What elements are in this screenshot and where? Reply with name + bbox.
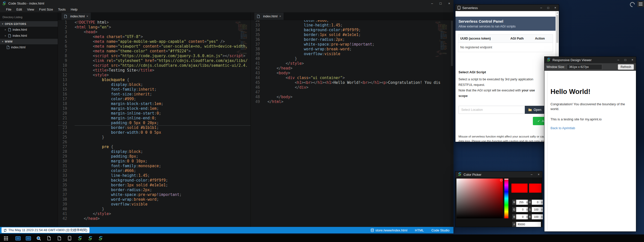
file-icon bbox=[257, 15, 260, 18]
hex-input[interactable] bbox=[516, 222, 541, 227]
agi-description: Select a script to be executed by 3rd pa… bbox=[458, 77, 553, 99]
saturation-input[interactable] bbox=[532, 207, 541, 212]
file-icon bbox=[7, 46, 10, 49]
open-editor-item[interactable]: × index.html bbox=[0, 33, 58, 39]
hue-input[interactable] bbox=[532, 200, 541, 205]
hamburger-menu-button[interactable] bbox=[637, 1, 644, 7]
scrollbar[interactable] bbox=[450, 13, 453, 227]
close-icon[interactable]: × bbox=[445, 0, 453, 7]
close-icon[interactable]: × bbox=[86, 15, 88, 18]
editor-region: index.html × 123456789101112131415161718… bbox=[58, 13, 453, 227]
section-open-editors[interactable]: ▾ OPEN EDITORS bbox=[0, 21, 58, 27]
section-www[interactable]: ▾ WWW bbox=[0, 39, 58, 44]
serverless-header-title: Serverless Control Panel bbox=[458, 19, 553, 23]
menu-view[interactable]: View bbox=[24, 7, 37, 12]
hue-slider[interactable] bbox=[504, 179, 508, 218]
tab-index-html[interactable]: index.html × bbox=[62, 13, 91, 20]
col-uuid: UUID (access token) bbox=[458, 34, 508, 43]
code-studio-icon[interactable] bbox=[87, 235, 94, 241]
code-studio-icon[interactable] bbox=[77, 235, 83, 241]
file-icon[interactable] bbox=[46, 235, 52, 241]
close-icon[interactable]: × bbox=[279, 15, 281, 18]
chevron-down-icon: ▾ bbox=[2, 23, 3, 25]
minimize-icon[interactable]: – bbox=[538, 5, 545, 11]
serverless-header: Serverless Control Panel Allow external … bbox=[455, 17, 556, 31]
serverless-panel: Serverless – □ × Serverless Control Pane… bbox=[455, 5, 559, 142]
close-icon[interactable]: × bbox=[4, 34, 7, 37]
menu-tools[interactable]: Tools bbox=[55, 7, 68, 12]
responsive-design-viewer-window: Responsive Design Viewer – □ × Window Si… bbox=[544, 57, 636, 231]
color-picker-panel: Color Picker – × R G B bbox=[455, 171, 542, 227]
code-studio-logo-icon bbox=[2, 1, 6, 6]
refresh-button[interactable]: Refresh bbox=[618, 64, 634, 70]
minimap[interactable]: <!DOCTYPE html> <html lang="en"> <head> … bbox=[235, 22, 247, 60]
minimap[interactable]: <!DOCTYPE html> <html lang="en"> <head> … bbox=[435, 22, 447, 60]
window-size-input[interactable] bbox=[567, 64, 602, 70]
menu-font-size[interactable]: Font Size bbox=[37, 7, 55, 12]
title-bar: Color Picker – × bbox=[455, 171, 542, 178]
select-location-input[interactable] bbox=[458, 106, 525, 114]
back-to-aprintlab-link[interactable]: Back to Aprintlab bbox=[550, 126, 575, 130]
code-studio-icon[interactable] bbox=[97, 235, 104, 241]
serverless-device-icon[interactable] bbox=[66, 235, 73, 241]
scroll-up-icon[interactable]: ▲ bbox=[556, 11, 559, 15]
brightness-input[interactable] bbox=[532, 214, 541, 219]
rendered-page: Hello World! Congratulation! You discove… bbox=[544, 71, 636, 231]
file-icon bbox=[8, 28, 11, 31]
code-studio-window: Code Studio - index.html – □ × File Edit… bbox=[0, 0, 453, 233]
minimize-icon[interactable]: – bbox=[528, 171, 535, 178]
terminal-icon[interactable] bbox=[15, 235, 21, 241]
close-icon[interactable]: × bbox=[552, 5, 559, 11]
terminal-icon[interactable] bbox=[25, 235, 32, 241]
stepper-icon[interactable] bbox=[541, 200, 543, 205]
minimize-icon[interactable]: – bbox=[428, 0, 436, 7]
hex-label: # bbox=[512, 222, 516, 227]
taskbar-icons bbox=[3, 235, 108, 241]
tree-item-index-html[interactable]: index.html bbox=[0, 44, 58, 50]
taskbar bbox=[0, 234, 644, 242]
minimize-icon[interactable]: – bbox=[615, 57, 622, 63]
maximize-icon[interactable]: □ bbox=[436, 0, 445, 7]
current-color-swatch bbox=[511, 184, 528, 193]
viewport-scrollbar bbox=[547, 72, 547, 230]
close-icon[interactable]: × bbox=[535, 171, 542, 178]
empty-row: No registered endpoint bbox=[458, 43, 553, 52]
status-file-path[interactable]: store:/www/index.html bbox=[371, 228, 407, 232]
endpoint-table: UUID (access token) AGI Path Action No r… bbox=[458, 34, 553, 52]
green-input[interactable] bbox=[516, 207, 526, 212]
menu-bar: File Edit View Font Size Tools Help bbox=[0, 7, 453, 13]
check-icon: ✓ bbox=[537, 119, 540, 123]
col-agi-path: AGI Path bbox=[508, 34, 533, 43]
open-editor-item[interactable]: × index.html bbox=[0, 27, 58, 33]
menu-help[interactable]: Help bbox=[68, 7, 80, 12]
app-launcher-icon[interactable] bbox=[3, 235, 9, 241]
close-icon[interactable]: × bbox=[4, 28, 7, 31]
code-editor[interactable]: <!DOCTYPE html><html lang="en"> <head> <… bbox=[71, 20, 251, 227]
menu-edit[interactable]: Edit bbox=[14, 7, 24, 12]
stepper-icon[interactable] bbox=[541, 207, 543, 212]
line-numbers: 323334353637383940414243444546474849 bbox=[251, 20, 264, 227]
code-editor[interactable]: color:#666; line-height:1.45; background… bbox=[264, 20, 453, 227]
stepper-icon[interactable] bbox=[541, 214, 543, 219]
status-language[interactable]: HTML bbox=[415, 228, 424, 232]
sidebar-title: Directory Listing bbox=[0, 13, 58, 21]
page-paragraph: Congratulation! You discovered the bound… bbox=[550, 102, 626, 111]
tab-index-html[interactable]: index.html × bbox=[254, 13, 284, 20]
panel-title: Responsive Design Viewer bbox=[553, 58, 592, 62]
saturation-brightness-field[interactable] bbox=[456, 179, 503, 218]
menu-file[interactable]: File bbox=[4, 7, 14, 12]
maximize-icon[interactable]: □ bbox=[622, 57, 629, 63]
previous-color-swatch bbox=[529, 184, 541, 193]
search-icon[interactable] bbox=[35, 235, 42, 241]
close-icon[interactable]: × bbox=[629, 57, 636, 63]
sidebar: Directory Listing ▾ OPEN EDITORS × index… bbox=[0, 13, 58, 227]
maximize-icon[interactable]: □ bbox=[545, 5, 552, 11]
file-icon[interactable] bbox=[56, 235, 63, 241]
clock-status-item[interactable]: Thu May 11 2023 21:54:48 GMT+0800 (台北標準時… bbox=[2, 227, 89, 233]
red-input[interactable] bbox=[516, 200, 526, 205]
scroll-thumb[interactable] bbox=[556, 15, 558, 43]
hue-label: H bbox=[528, 200, 532, 205]
status-app-name[interactable]: Code Studio bbox=[431, 228, 449, 232]
tab-label: index.html bbox=[70, 15, 85, 18]
blue-input[interactable] bbox=[516, 214, 526, 219]
